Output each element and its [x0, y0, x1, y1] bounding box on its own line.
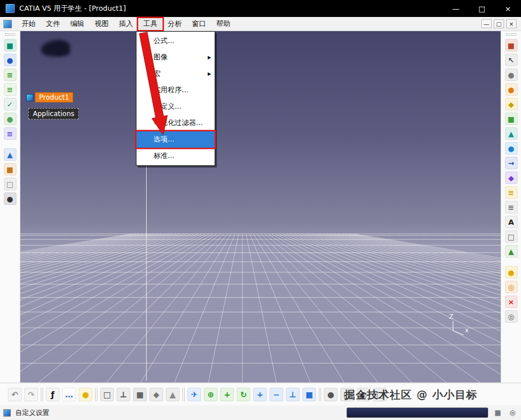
view-dial-icon[interactable]: ◎ [505, 310, 518, 323]
tree-green-icon[interactable]: ▲ [505, 245, 518, 258]
icon-glyph: ■ [507, 115, 514, 123]
menu-item-utility[interactable]: 实用程序... ▶ [136, 82, 215, 98]
menu-start[interactable]: 开始 [16, 18, 41, 30]
mdi-close-button[interactable]: × [506, 19, 516, 28]
menu-help[interactable]: 帮助 [211, 18, 236, 30]
catalog-grid-icon[interactable]: ≡ [4, 68, 16, 81]
redo-icon[interactable]: ↷ [24, 388, 38, 401]
status-app-icon [3, 409, 11, 417]
menu-item-macro[interactable]: 宏 ▶ [136, 66, 215, 82]
workbench-icon[interactable] [3, 20, 12, 28]
axis-z-label: Z [449, 313, 454, 320]
yellow-part-icon[interactable]: ◆ [505, 98, 518, 110]
bulb-icon[interactable]: ● [505, 266, 518, 278]
menu-window[interactable]: 窗口 [187, 18, 211, 30]
mdi-restore-button[interactable]: □ [494, 19, 504, 28]
toolbar-grip[interactable] [5, 33, 15, 36]
icon-glyph: ■ [6, 165, 13, 174]
tree-node-product1[interactable]: Product1 [26, 92, 73, 102]
icon-glyph: ƒ [51, 390, 54, 399]
constraint-icon[interactable]: ● [4, 113, 16, 125]
icon-glyph: □ [6, 180, 13, 188]
teal-shape-icon[interactable]: ▲ [505, 127, 518, 140]
gray-list-icon[interactable]: ≡ [505, 201, 518, 213]
rotate-icon[interactable]: ↻ [237, 388, 250, 401]
zoom-out-icon[interactable]: − [270, 388, 283, 401]
solid-cube-icon[interactable]: ■ [133, 388, 147, 401]
icon-glyph: ● [508, 85, 514, 94]
delete-x-icon[interactable]: × [505, 295, 518, 308]
menu-item-label: 实用程序... [153, 85, 189, 95]
menu-item-standards[interactable]: 标准... ▶ [136, 148, 215, 164]
structure-tree-icon[interactable]: ≡ [4, 127, 16, 140]
shapes-icon[interactable]: ▲ [166, 388, 180, 401]
knowledge-bulb-icon[interactable]: ● [79, 388, 92, 401]
menu-item-image[interactable]: 图像 ▶ [136, 49, 215, 66]
viewport-3d[interactable]: Product1 Applications Z x [20, 31, 501, 383]
icon-glyph: ≡ [7, 85, 13, 94]
shaded-view-icon[interactable]: ● [324, 388, 338, 401]
yellow-doc-icon[interactable]: ≡ [505, 186, 518, 199]
minimize-button[interactable]: — [443, 0, 469, 17]
select-cursor-icon[interactable]: ↖ [505, 54, 518, 66]
menu-edit[interactable]: 编辑 [65, 18, 89, 30]
green-cube-icon[interactable]: ■ [505, 113, 518, 125]
menu-analyze[interactable]: 分析 [163, 18, 187, 30]
status-message: 自定义设置 [15, 408, 49, 418]
undo-icon[interactable]: ↶ [8, 388, 22, 401]
icon-glyph: ✈ [191, 390, 198, 399]
grid-axis-line [146, 132, 147, 381]
menu-item-options[interactable]: 选项... ▶ [136, 131, 215, 148]
prism-icon[interactable]: ◆ [150, 388, 163, 401]
analysis-sphere-icon[interactable]: ● [4, 54, 16, 66]
catalog-browser-icon[interactable]: ■ [4, 163, 16, 175]
comment-icon[interactable]: … [62, 388, 76, 401]
part-red-icon[interactable]: ■ [505, 39, 518, 52]
icon-glyph: A [508, 218, 514, 226]
catia-window: CATIA V5 用于学生 - [Product1] — □ × 开始文件编辑视… [0, 0, 521, 420]
list-view-icon[interactable]: ▲ [4, 148, 16, 161]
status-doc-icon[interactable]: ▦ [493, 408, 503, 417]
close-button[interactable]: × [495, 0, 521, 17]
maximize-button[interactable]: □ [469, 0, 495, 17]
menu-item-customize[interactable]: 自定义... ▶ [136, 98, 215, 115]
tree-node-applications[interactable]: Applications [28, 108, 79, 119]
icon-glyph: ● [508, 71, 514, 79]
tree-label-applications[interactable]: Applications [28, 108, 79, 119]
color-grid-icon[interactable]: □ [4, 178, 16, 190]
axis-system-icon[interactable]: ⊥ [117, 388, 130, 401]
menu-file[interactable]: 文件 [41, 18, 65, 30]
grid-snap-icon[interactable]: □ [100, 388, 114, 401]
render-view-icon[interactable]: ● [4, 192, 16, 205]
mdi-minimize-button[interactable]: — [481, 19, 492, 28]
icon-glyph: ▲ [7, 151, 13, 159]
menu-view[interactable]: 视图 [89, 18, 114, 30]
normal-view-icon[interactable]: ⊥ [286, 388, 300, 401]
toolbar-grip[interactable] [506, 33, 516, 36]
menu-tools[interactable]: 工具 [138, 18, 163, 30]
status-dial-icon[interactable]: ◎ [507, 408, 518, 417]
pan-icon[interactable]: + [220, 388, 234, 401]
table-icon[interactable]: □ [505, 230, 518, 243]
zoom-in-icon[interactable]: + [253, 388, 267, 401]
window-controls: — □ × [443, 0, 521, 17]
blue-arrow-icon[interactable]: → [505, 157, 518, 169]
gears-icon[interactable]: ● [505, 68, 518, 81]
product-structure-icon[interactable]: ■ [4, 39, 16, 52]
violet-part-icon[interactable]: ◆ [505, 172, 518, 184]
menu-insert[interactable]: 插入 [114, 18, 138, 30]
iso-view-icon[interactable]: ■ [302, 388, 316, 401]
menu-item-formula[interactable]: ƒ 公式... ▶ [136, 33, 215, 49]
fly-mode-icon[interactable]: ✈ [187, 388, 201, 401]
part-document-icon[interactable]: ≡ [4, 83, 16, 96]
menu-items: 开始文件编辑视图插入工具分析窗口帮助 [16, 18, 236, 30]
cyan-sphere-icon[interactable]: ● [505, 142, 518, 155]
menu-item-visualization-filters[interactable]: 可视化过滤器... ▶ [136, 115, 215, 131]
text-annotation-icon[interactable]: A [505, 216, 518, 228]
annotate-icon[interactable]: ✓ [4, 98, 16, 110]
fit-all-icon[interactable]: ⊕ [204, 388, 217, 401]
orange-gear-icon[interactable]: ● [505, 83, 518, 96]
tree-label-product1[interactable]: Product1 [35, 92, 73, 102]
orange-dial-icon[interactable]: ◎ [505, 281, 518, 293]
formula-icon[interactable]: ƒ [46, 388, 59, 401]
